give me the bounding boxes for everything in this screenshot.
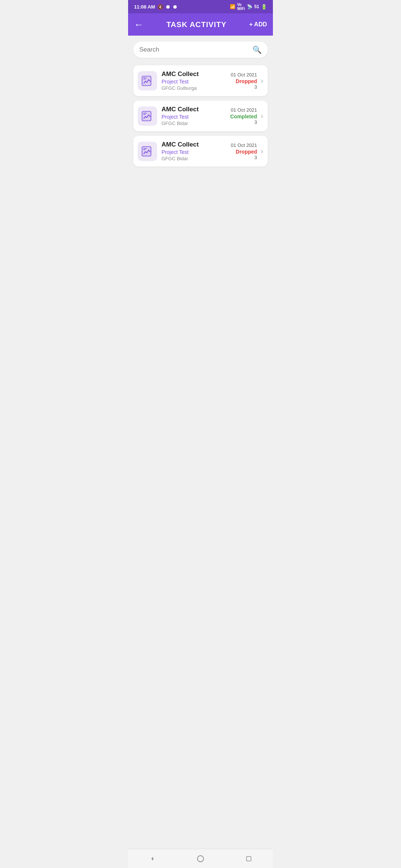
status-right: 📶 VoWiFi 📡 51 🔋 bbox=[230, 3, 267, 11]
task-icon-wrap bbox=[138, 106, 157, 126]
task-status: Completed bbox=[230, 114, 257, 119]
task-card[interactable]: AMC Collect Project Test GFGC Bidar 01 O… bbox=[133, 136, 268, 167]
mute-icon: 🔇 bbox=[157, 4, 163, 10]
task-date: 01 Oct 2021 bbox=[231, 72, 257, 78]
app-icon-1: ⏺ bbox=[166, 4, 170, 10]
task-icon bbox=[141, 75, 153, 87]
task-count: 3 bbox=[254, 155, 257, 160]
task-info: AMC Collect Project Test GFGC Gulburga bbox=[162, 70, 231, 91]
status-bar: 11:08 AM 🔇 ⏺ ⏺ 📶 VoWiFi 📡 51 🔋 bbox=[128, 0, 273, 13]
task-status: Dropped bbox=[236, 78, 257, 84]
task-icon bbox=[141, 110, 153, 122]
task-meta: 01 Oct 2021 Completed 3 bbox=[230, 107, 257, 125]
page-title: TASK ACTIVITY bbox=[166, 20, 226, 29]
battery-icon: 🔋 bbox=[261, 4, 267, 10]
app-icon-2: ⏺ bbox=[173, 4, 177, 10]
svg-rect-7 bbox=[143, 114, 146, 115]
task-meta: 01 Oct 2021 Dropped 3 bbox=[231, 142, 257, 160]
battery-level: 51 bbox=[254, 4, 259, 9]
chevron-right-icon: › bbox=[261, 147, 263, 155]
task-icon bbox=[141, 145, 153, 157]
task-name: AMC Collect bbox=[162, 141, 231, 148]
main-content: 🔍 AMC Collect Project Test GFGC Gulburga… bbox=[128, 36, 273, 294]
task-project: Project Test bbox=[162, 79, 231, 85]
svg-rect-11 bbox=[143, 149, 146, 150]
time-display: 11:08 AM bbox=[134, 4, 155, 10]
task-project: Project Test bbox=[162, 114, 230, 120]
task-name: AMC Collect bbox=[162, 70, 231, 78]
back-button[interactable]: ← bbox=[134, 19, 144, 30]
task-card[interactable]: AMC Collect Project Test GFGC Bidar 01 O… bbox=[133, 101, 268, 131]
task-location: GFGC Gulburga bbox=[162, 85, 231, 91]
search-icon: 🔍 bbox=[252, 45, 262, 54]
task-date: 01 Oct 2021 bbox=[231, 107, 257, 113]
svg-rect-3 bbox=[143, 79, 146, 79]
task-icon-wrap bbox=[138, 71, 157, 91]
app-header: ← TASK ACTIVITY + ADD bbox=[128, 13, 273, 36]
task-card[interactable]: AMC Collect Project Test GFGC Gulburga 0… bbox=[133, 65, 268, 96]
task-date: 01 Oct 2021 bbox=[231, 142, 257, 148]
task-info: AMC Collect Project Test GFGC Bidar bbox=[162, 106, 230, 126]
add-button[interactable]: + ADD bbox=[249, 21, 267, 28]
search-bar[interactable]: 🔍 bbox=[133, 42, 268, 58]
status-left: 11:08 AM 🔇 ⏺ ⏺ bbox=[134, 4, 177, 10]
task-status: Dropped bbox=[236, 149, 257, 155]
svg-rect-2 bbox=[143, 78, 147, 78]
task-icon-wrap bbox=[138, 142, 157, 161]
signal-icon: 📶 bbox=[230, 4, 235, 9]
task-project: Project Test bbox=[162, 149, 231, 155]
svg-rect-6 bbox=[143, 113, 147, 114]
search-input[interactable] bbox=[139, 46, 252, 53]
task-location: GFGC Bidar bbox=[162, 121, 230, 126]
task-count: 3 bbox=[254, 119, 257, 125]
task-location: GFGC Bidar bbox=[162, 156, 231, 161]
task-name: AMC Collect bbox=[162, 106, 230, 113]
svg-rect-10 bbox=[143, 148, 147, 149]
task-count: 3 bbox=[254, 84, 257, 90]
vowifi-label: VoWiFi bbox=[237, 3, 245, 11]
chevron-right-icon: › bbox=[261, 76, 263, 85]
task-meta: 01 Oct 2021 Dropped 3 bbox=[231, 72, 257, 90]
task-info: AMC Collect Project Test GFGC Bidar bbox=[162, 141, 231, 161]
chevron-right-icon: › bbox=[261, 112, 263, 120]
task-list: AMC Collect Project Test GFGC Gulburga 0… bbox=[133, 65, 268, 167]
wifi-icon: 📡 bbox=[247, 4, 252, 9]
